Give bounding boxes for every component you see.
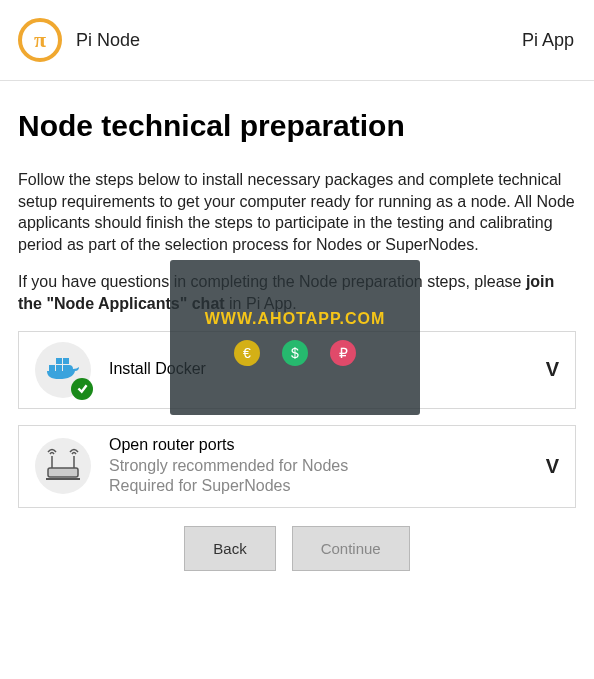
intro2-post: in Pi App. bbox=[225, 295, 297, 312]
header: π Pi Node Pi App bbox=[0, 0, 594, 81]
svg-rect-0 bbox=[49, 365, 55, 371]
button-row: Back Continue bbox=[18, 526, 576, 571]
docker-icon-wrap bbox=[35, 342, 91, 398]
svg-rect-3 bbox=[56, 358, 62, 364]
router-card-body: Open router ports Strongly recommended f… bbox=[109, 436, 536, 498]
header-left: π Pi Node bbox=[18, 18, 140, 62]
page-title: Node technical preparation bbox=[18, 109, 576, 143]
docker-card-title: Install Docker bbox=[109, 360, 536, 378]
docker-card-body: Install Docker bbox=[109, 360, 536, 380]
chevron-down-icon[interactable]: V bbox=[536, 358, 559, 381]
intro-paragraph-1: Follow the steps below to install necess… bbox=[18, 169, 576, 255]
back-button[interactable]: Back bbox=[184, 526, 275, 571]
router-card-sub2: Required for SuperNodes bbox=[109, 476, 536, 497]
continue-button[interactable]: Continue bbox=[292, 526, 410, 571]
svg-rect-1 bbox=[56, 365, 62, 371]
check-badge-icon bbox=[71, 378, 93, 400]
svg-rect-2 bbox=[63, 365, 69, 371]
router-card-title: Open router ports bbox=[109, 436, 536, 454]
app-title: Pi Node bbox=[76, 30, 140, 51]
router-card-sub1: Strongly recommended for Nodes bbox=[109, 456, 536, 477]
pi-logo-icon: π bbox=[18, 18, 62, 62]
intro2-pre: If you have questions in completing the … bbox=[18, 273, 526, 290]
install-docker-card[interactable]: Install Docker V bbox=[18, 331, 576, 409]
content: Node technical preparation Follow the st… bbox=[0, 81, 594, 571]
open-router-ports-card[interactable]: Open router ports Strongly recommended f… bbox=[18, 425, 576, 509]
svg-rect-5 bbox=[48, 468, 78, 477]
pi-symbol: π bbox=[34, 27, 46, 53]
chevron-down-icon[interactable]: V bbox=[536, 455, 559, 478]
pi-app-link[interactable]: Pi App bbox=[522, 30, 574, 51]
router-icon-wrap bbox=[35, 438, 91, 494]
intro-paragraph-2: If you have questions in completing the … bbox=[18, 271, 576, 314]
router-icon bbox=[35, 438, 91, 494]
svg-rect-4 bbox=[63, 358, 69, 364]
